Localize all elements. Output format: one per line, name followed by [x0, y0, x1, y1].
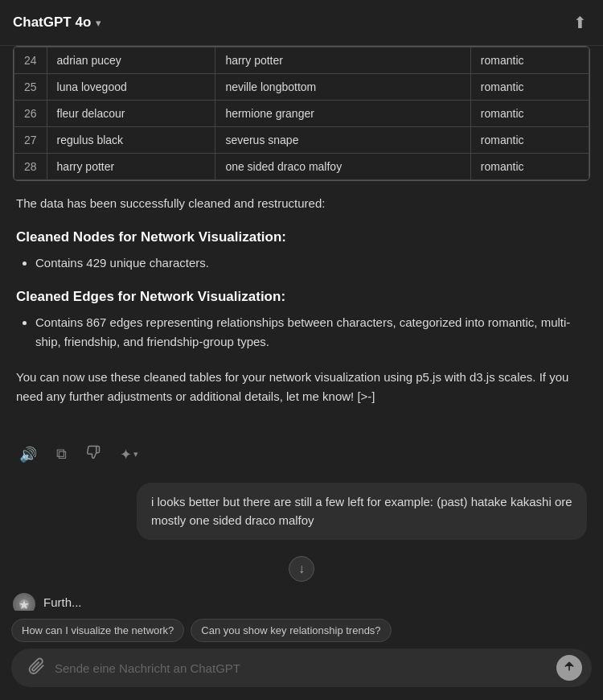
user-bubble-wrap: i looks better but there are still a few… [0, 480, 603, 553]
table-cell-id: 26 [14, 101, 47, 127]
dropdown-chevron-icon: ▾ [133, 449, 138, 459]
app-title: ChatGPT 4o [13, 14, 91, 31]
table-cell-col3: romantic [470, 47, 589, 74]
edges-heading: Cleaned Edges for Network Visualization: [16, 289, 587, 305]
speaker-button[interactable]: 🔊 [16, 443, 40, 467]
table-row: 26fleur delacourhermione grangerromantic [14, 101, 589, 127]
share-icon: ⬆ [573, 14, 587, 31]
table-section: 24adrian puceyharry potterromantic25luna… [0, 46, 603, 194]
chat-input[interactable] [55, 661, 550, 675]
table-row: 24adrian puceyharry potterromantic [14, 47, 589, 74]
header-title-group[interactable]: ChatGPT 4o ▾ [13, 14, 101, 31]
suggestion-row: How can I visualize the network? Can you… [11, 619, 592, 642]
copy-icon: ⧉ [56, 446, 67, 463]
table-cell-col1: adrian pucey [47, 47, 215, 74]
thumbsdown-icon [86, 445, 100, 463]
nodes-bullet-item: Contains 429 unique characters. [35, 253, 587, 273]
scroll-down-icon: ↓ [298, 562, 305, 576]
chevron-down-icon: ▾ [96, 17, 101, 29]
table-cell-col3: romantic [470, 154, 589, 180]
share-button[interactable]: ⬆ [570, 10, 590, 35]
input-row [11, 649, 592, 687]
body-text: You can now use these cleaned tables for… [16, 368, 587, 406]
user-message-bubble: i looks better but there are still a few… [137, 483, 587, 540]
thumbsdown-button[interactable] [83, 442, 104, 467]
table-cell-col1: harry potter [47, 154, 215, 180]
ai-response-text: Furth... [43, 591, 82, 612]
send-icon [563, 660, 576, 676]
action-bar: 🔊 ⧉ ✦ ▾ [0, 435, 603, 480]
table-cell-col2: severus snape [215, 127, 470, 154]
table-cell-col2: hermione granger [215, 101, 470, 127]
attach-icon [27, 657, 45, 679]
table-cell-col2: harry potter [215, 47, 470, 74]
user-message-text: i looks better but there are still a few… [151, 495, 572, 527]
table-cell-id: 28 [14, 154, 47, 180]
nodes-bullet-list: Contains 429 unique characters. [35, 253, 587, 273]
more-button[interactable]: ✦ ▾ [117, 443, 142, 467]
edges-bullet-item: Contains 867 edges representing relation… [35, 313, 587, 352]
copy-button[interactable]: ⧉ [53, 443, 70, 466]
main-content: 24adrian puceyharry potterromantic25luna… [0, 46, 603, 700]
table-cell-id: 24 [14, 47, 47, 74]
table-cell-col3: romantic [470, 127, 589, 154]
sparkle-icon: ✦ [120, 446, 132, 463]
table-cell-col1: luna lovegood [47, 74, 215, 101]
scroll-down-wrap: ↓ [0, 553, 603, 591]
info-text: The data has been successfully cleaned a… [16, 194, 587, 213]
table-cell-col3: romantic [470, 74, 589, 101]
table-cell-col3: romantic [470, 101, 589, 127]
table-row: 27regulus blackseverus snaperomantic [14, 127, 589, 154]
speaker-icon: 🔊 [19, 446, 37, 463]
table-row: 25luna lovegoodneville longbottomromanti… [14, 74, 589, 101]
footer: How can I visualize the network? Can you… [0, 611, 603, 700]
table-cell-col1: fleur delacour [47, 101, 215, 127]
suggestion-chip-0[interactable]: How can I visualize the network? [11, 619, 184, 642]
table-cell-col1: regulus black [47, 127, 215, 154]
table-cell-col2: neville longbottom [215, 74, 470, 101]
table-cell-id: 25 [14, 74, 47, 101]
attach-button[interactable] [24, 656, 48, 681]
table-cell-id: 27 [14, 127, 47, 154]
table-cell-col2: one sided draco malfoy [215, 154, 470, 180]
send-button[interactable] [556, 655, 582, 681]
table-row: 28harry potterone sided draco malfoyroma… [14, 154, 589, 180]
table-wrapper: 24adrian puceyharry potterromantic25luna… [13, 46, 590, 181]
nodes-heading: Cleaned Nodes for Network Visualization: [16, 229, 587, 245]
scroll-down-button[interactable]: ↓ [289, 556, 314, 582]
edges-bullet-list: Contains 867 edges representing relation… [35, 313, 587, 352]
suggestion-label-1: Can you show key relationship trends? [201, 624, 380, 636]
message-area: The data has been successfully cleaned a… [0, 194, 603, 435]
suggestion-label-0: How can I visualize the network? [22, 624, 174, 636]
data-table: 24adrian puceyharry potterromantic25luna… [14, 47, 589, 180]
suggestion-chip-1[interactable]: Can you show key relationship trends? [191, 619, 391, 642]
header: ChatGPT 4o ▾ ⬆ [0, 0, 603, 46]
